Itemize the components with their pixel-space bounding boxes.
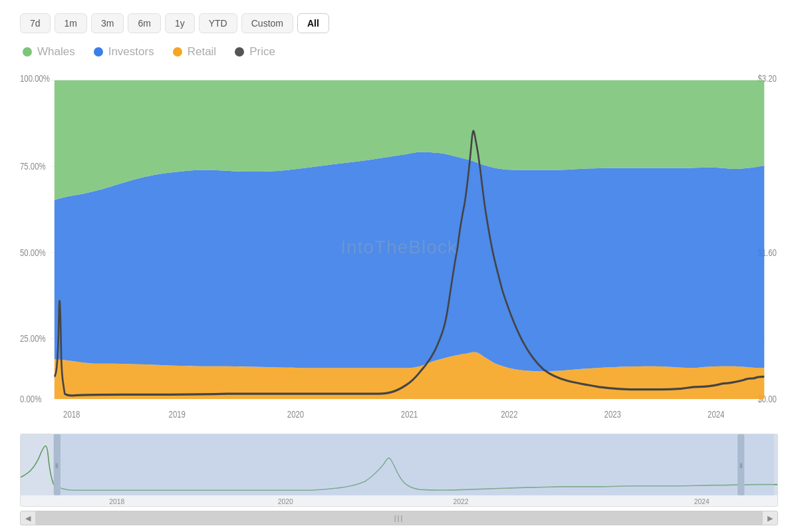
scrollbar-track[interactable]: ||| bbox=[35, 511, 763, 525]
svg-text:2018: 2018 bbox=[63, 409, 80, 420]
navigator[interactable]: ⦀ ⦀ 2018 2020 2022 2024 bbox=[20, 434, 778, 507]
investors-label: Investors bbox=[108, 45, 154, 59]
btn-custom[interactable]: Custom bbox=[241, 13, 293, 33]
retail-label: Retail bbox=[188, 45, 216, 59]
navigator-svg: ⦀ ⦀ 2018 2020 2022 2024 bbox=[21, 434, 777, 506]
svg-text:25.00%: 25.00% bbox=[20, 333, 46, 344]
svg-text:2023: 2023 bbox=[604, 409, 621, 420]
svg-text:2018: 2018 bbox=[109, 497, 124, 505]
btn-ytd[interactable]: YTD bbox=[199, 13, 237, 33]
svg-text:2022: 2022 bbox=[501, 409, 517, 420]
legend-whales[interactable]: Whales bbox=[23, 45, 75, 59]
svg-text:2024: 2024 bbox=[694, 497, 710, 505]
svg-text:2021: 2021 bbox=[401, 409, 418, 420]
svg-text:0.00%: 0.00% bbox=[20, 394, 41, 405]
btn-7d[interactable]: 7d bbox=[20, 13, 51, 33]
scrollbar[interactable]: ◀ ||| ▶ bbox=[20, 511, 778, 525]
whales-label: Whales bbox=[37, 45, 75, 59]
btn-1m[interactable]: 1m bbox=[55, 13, 87, 33]
svg-text:2020: 2020 bbox=[278, 497, 293, 505]
svg-text:⦀: ⦀ bbox=[55, 462, 59, 469]
retail-dot bbox=[173, 47, 182, 57]
price-label: Price bbox=[249, 45, 275, 59]
legend-retail[interactable]: Retail bbox=[173, 45, 216, 59]
legend-price[interactable]: Price bbox=[235, 45, 275, 59]
btn-3m[interactable]: 3m bbox=[91, 13, 124, 33]
svg-text:2019: 2019 bbox=[169, 409, 186, 420]
svg-text:2020: 2020 bbox=[287, 409, 304, 420]
main-chart[interactable]: IntoTheBlock 100.00% 75.00% 50.00% 25.00… bbox=[20, 66, 778, 428]
whales-dot bbox=[23, 47, 32, 57]
btn-all[interactable]: All bbox=[297, 13, 329, 33]
btn-6m[interactable]: 6m bbox=[128, 13, 160, 33]
svg-text:50.00%: 50.00% bbox=[20, 247, 46, 259]
svg-text:75.00%: 75.00% bbox=[20, 161, 46, 172]
scroll-center-handle[interactable]: ||| bbox=[394, 514, 404, 522]
scroll-right-arrow[interactable]: ▶ bbox=[763, 511, 777, 525]
chart-wrapper: IntoTheBlock 100.00% 75.00% 50.00% 25.00… bbox=[20, 66, 778, 525]
investors-dot bbox=[94, 47, 103, 57]
chart-svg: 100.00% 75.00% 50.00% 25.00% 0.00% $3.20… bbox=[20, 66, 778, 428]
price-dot bbox=[235, 47, 244, 57]
svg-text:100.00%: 100.00% bbox=[20, 73, 50, 84]
svg-text:⦀: ⦀ bbox=[739, 462, 743, 469]
legend-investors[interactable]: Investors bbox=[94, 45, 154, 59]
chart-legend: Whales Investors Retail Price bbox=[23, 45, 778, 59]
svg-rect-21 bbox=[59, 434, 774, 495]
scroll-left-arrow[interactable]: ◀ bbox=[21, 511, 35, 525]
svg-text:2022: 2022 bbox=[454, 497, 469, 505]
btn-1y[interactable]: 1y bbox=[165, 13, 195, 33]
main-container: 7d 1m 3m 6m 1y YTD Custom All Whales Inv… bbox=[0, 0, 798, 532]
svg-text:2024: 2024 bbox=[708, 409, 724, 420]
time-period-selector: 7d 1m 3m 6m 1y YTD Custom All bbox=[20, 13, 778, 33]
